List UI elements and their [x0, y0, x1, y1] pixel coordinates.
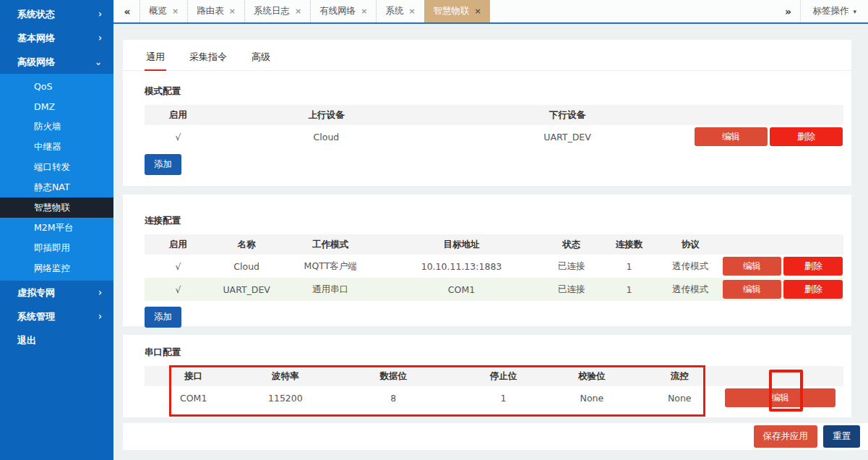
chevron-right-icon: ›: [98, 33, 102, 43]
column-header: 下行设备: [441, 109, 694, 122]
tab-wired-network[interactable]: 有线网络 ×: [310, 0, 376, 22]
caret-down-icon: ▾: [853, 8, 856, 15]
delete-button[interactable]: 删除: [783, 257, 843, 276]
scroll-tabs-left-button[interactable]: «: [113, 0, 139, 22]
tab-label: 智慧物联: [434, 5, 470, 17]
close-icon[interactable]: ×: [361, 7, 367, 16]
name-value: Cloud: [212, 261, 282, 272]
column-header: 停止位: [458, 370, 549, 383]
sidebar-item-firewall[interactable]: 防火墙: [0, 116, 113, 137]
table-row: COM1 115200 8 1 None None 编辑: [145, 386, 843, 409]
sidebar-item-label: 基本网络: [17, 32, 55, 45]
section-title: 连接配置: [145, 203, 843, 234]
sidebar-item-label: 虚拟专网: [17, 286, 55, 299]
flow-control-value: None: [635, 393, 724, 404]
close-icon[interactable]: ×: [475, 7, 481, 16]
downlink-device-value: UART_DEV: [441, 132, 694, 142]
table-header-row: 接口 波特率 数据位 停止位 校验位 流控: [145, 366, 843, 386]
serial-config-panel: 串口配置 接口 波特率 数据位 停止位 校验位 流控 COM1 115200 8…: [123, 335, 851, 417]
chevron-down-icon: ⌄: [95, 56, 102, 67]
double-left-arrow-icon: «: [124, 6, 129, 17]
top-tab-bar: « 概览 × 路由表 × 系统日志 × 有线网络 × 系统 × 智慧物联 × »…: [113, 0, 868, 24]
tab-label: 有线网络: [319, 5, 356, 17]
sidebar-item-dmz[interactable]: DMZ: [0, 96, 113, 116]
tab-label: 概览: [149, 5, 167, 17]
section-title: 模式配置: [145, 71, 843, 105]
mode-config-section: 模式配置 启用 上行设备 下行设备 √ Cloud UART_DEV 编辑 删除: [123, 71, 851, 148]
chevron-right-icon: ›: [98, 311, 102, 322]
tab-label: 路由表: [197, 5, 224, 17]
tab-advanced[interactable]: 高级: [250, 44, 272, 70]
sidebar-item-system-status[interactable]: 系统状态 ›: [0, 2, 113, 26]
close-icon[interactable]: ×: [172, 7, 179, 16]
close-icon[interactable]: ×: [295, 7, 301, 16]
tab-system[interactable]: 系统 ×: [376, 0, 424, 22]
sidebar-item-port-forwarding[interactable]: 端口转发: [0, 157, 113, 177]
close-icon[interactable]: ×: [229, 7, 236, 16]
column-header: 数据位: [328, 370, 458, 383]
serial-config-section: 串口配置 接口 波特率 数据位 停止位 校验位 流控 COM1 115200 8…: [123, 335, 851, 409]
tab-general[interactable]: 通用: [145, 44, 166, 70]
sidebar-item-label: 高级网络: [17, 56, 55, 69]
row-actions: 编辑 删除: [722, 280, 843, 299]
chevron-right-icon: ›: [98, 9, 102, 20]
column-header: 目标地址: [379, 239, 543, 251]
reset-button[interactable]: 重置: [823, 425, 860, 448]
work-mode-value: 通用串口: [282, 284, 379, 296]
name-value: UART_DEV: [212, 284, 282, 295]
sidebar-item-system-management[interactable]: 系统管理 ›: [0, 304, 113, 328]
tab-operations-label: 标签操作: [812, 5, 848, 17]
sidebar-item-label: 系统管理: [17, 310, 55, 323]
sidebar-item-logout[interactable]: 退出: [0, 328, 113, 352]
add-button[interactable]: 添加: [145, 154, 181, 175]
edit-button[interactable]: 编辑: [725, 388, 836, 407]
sidebar-item-repeater[interactable]: 中继器: [0, 137, 113, 157]
sidebar-item-static-nat[interactable]: 静态NAT: [0, 177, 113, 197]
sidebar-item-basic-network[interactable]: 基本网络 ›: [0, 26, 113, 50]
row-actions: 编辑 删除: [694, 127, 843, 146]
row-actions: 编辑: [724, 388, 837, 407]
sidebar-item-plug-and-play[interactable]: 即插即用: [0, 238, 113, 258]
connection-config-panel: 连接配置 启用 名称 工作模式 目标地址 状态 连接数 协议 √ Cloud M…: [123, 195, 851, 326]
sidebar-item-network-monitor[interactable]: 网络监控: [0, 258, 113, 278]
section-title: 串口配置: [145, 335, 843, 366]
scroll-tabs-right-button[interactable]: »: [774, 0, 800, 22]
delete-button[interactable]: 删除: [783, 280, 843, 299]
parity-value: None: [549, 393, 635, 404]
tab-smart-iot[interactable]: 智慧物联 ×: [424, 0, 490, 22]
column-header: 流控: [635, 370, 724, 383]
main-content: 通用 采集指令 高级 模式配置 启用 上行设备 下行设备 √ Cloud UAR…: [113, 24, 868, 460]
tab-routing-table[interactable]: 路由表 ×: [187, 0, 244, 22]
column-header: 启用: [145, 239, 212, 251]
column-header: 名称: [212, 239, 282, 251]
sidebar-item-m2m-platform[interactable]: M2M平台: [0, 218, 113, 238]
sidebar-item-qos[interactable]: QoS: [0, 76, 113, 96]
column-header: 协议: [659, 239, 722, 251]
close-icon[interactable]: ×: [408, 7, 415, 16]
delete-button[interactable]: 删除: [770, 127, 843, 146]
connection-count-value: 1: [599, 261, 658, 272]
sidebar-item-smart-iot[interactable]: 智慧物联: [0, 197, 113, 218]
connection-config-section: 连接配置 启用 名称 工作模式 目标地址 状态 连接数 协议 √ Cloud M…: [123, 203, 851, 301]
table-row: √ UART_DEV 通用串口 COM1 已连接 1 透传模式 编辑 删除: [145, 278, 843, 301]
tab-operations-dropdown[interactable]: 标签操作 ▾: [800, 0, 868, 22]
sidebar-item-vpn[interactable]: 虚拟专网 ›: [0, 281, 113, 304]
row-actions: 编辑 删除: [722, 257, 843, 276]
edit-button[interactable]: 编辑: [695, 127, 768, 146]
sidebar-item-advanced-network[interactable]: 高级网络 ⌄: [0, 50, 113, 74]
content-tabs: 通用 采集指令 高级: [123, 40, 851, 71]
tab-overview[interactable]: 概览 ×: [139, 0, 187, 22]
column-header: 连接数: [599, 239, 658, 251]
tab-collect-commands[interactable]: 采集指令: [188, 44, 228, 70]
add-button[interactable]: 添加: [145, 307, 181, 328]
edit-button[interactable]: 编辑: [723, 257, 782, 276]
sidebar-item-label: 系统状态: [17, 8, 55, 21]
edit-button[interactable]: 编辑: [723, 280, 782, 299]
double-right-arrow-icon: »: [785, 6, 790, 17]
target-address-value: 10.10.11.13:1883: [379, 261, 543, 272]
table-row: √ Cloud UART_DEV 编辑 删除: [145, 125, 843, 148]
protocol-value: 透传模式: [659, 260, 722, 273]
tab-system-log[interactable]: 系统日志 ×: [244, 0, 310, 22]
save-and-apply-button[interactable]: 保存并应用: [754, 425, 818, 448]
mode-config-panel: 通用 采集指令 高级 模式配置 启用 上行设备 下行设备 √ Cloud UAR…: [123, 40, 851, 186]
